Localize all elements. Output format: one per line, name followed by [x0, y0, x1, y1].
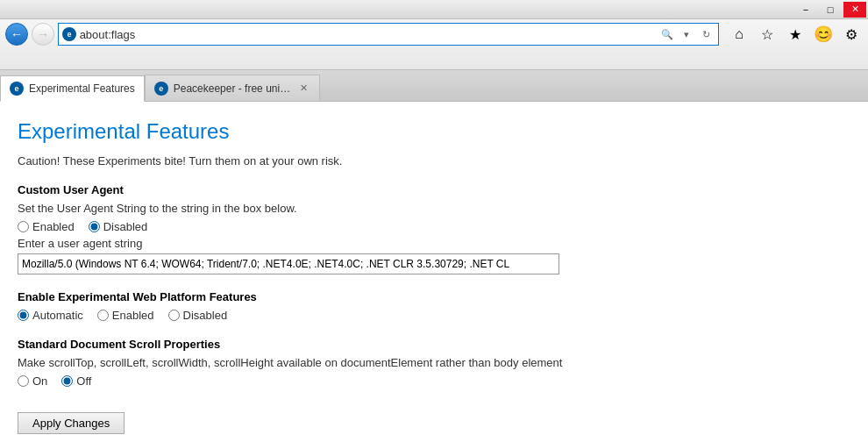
- back-icon: ←: [11, 27, 23, 41]
- feature-experimental-web: Enable Experimental Web Platform Feature…: [18, 290, 850, 322]
- radio-on-2[interactable]: On: [18, 374, 47, 388]
- feature-scroll-properties: Standard Document Scroll Properties Make…: [18, 338, 850, 388]
- tabs-bar: e Experimental Features e Peacekeeper - …: [0, 70, 868, 102]
- settings-gear-icon[interactable]: ⚙: [840, 23, 863, 46]
- toolbar-icons: ⌂ ☆ ★ 😊 ⚙: [728, 23, 863, 46]
- minimize-button[interactable]: −: [794, 2, 817, 18]
- radio-input-enabled-0[interactable]: [18, 221, 29, 232]
- radio-input-disabled-0[interactable]: [89, 221, 100, 232]
- address-bar: e 🔍 ▾ ↻: [58, 23, 719, 46]
- radio-group-2: On Off: [18, 374, 850, 388]
- radio-input-disabled-1[interactable]: [168, 310, 180, 321]
- radio-input-on-2[interactable]: [18, 375, 29, 387]
- tab-peacekeeper[interactable]: e Peacekeeper - free universa... ✕: [145, 75, 320, 101]
- maximize-button[interactable]: □: [819, 2, 842, 18]
- caution-text: Caution! These Experiments bite! Turn th…: [18, 154, 850, 168]
- radio-automatic-1[interactable]: Automatic: [18, 309, 83, 322]
- user-agent-input[interactable]: [18, 253, 559, 274]
- tab-label-1: Peacekeeper - free universa...: [174, 82, 293, 95]
- search-icon[interactable]: 🔍: [658, 25, 676, 43]
- favorites-star-icon[interactable]: ☆: [756, 23, 779, 46]
- tab-favicon-0: e: [10, 82, 24, 96]
- radio-disabled-0[interactable]: Disabled: [89, 220, 148, 233]
- close-button[interactable]: ✕: [843, 2, 866, 18]
- page-title: Experimental Features: [18, 119, 850, 144]
- radio-label-on-2: On: [32, 374, 47, 388]
- radio-off-2[interactable]: Off: [61, 374, 91, 388]
- search-dropdown-icon[interactable]: ▾: [678, 25, 695, 43]
- address-input[interactable]: [80, 28, 658, 41]
- feature-desc-0: Set the User Agent String to the string …: [18, 202, 850, 215]
- apply-changes-button[interactable]: Apply Changes: [18, 412, 125, 434]
- radio-label-disabled-1: Disabled: [183, 309, 228, 322]
- radio-label-enabled-0: Enabled: [32, 220, 75, 233]
- smiley-icon[interactable]: 😊: [812, 23, 835, 46]
- browser-chrome: ← → e 🔍 ▾ ↻ ⌂ ☆ ★ 😊 ⚙: [0, 19, 868, 70]
- nav-row: ← → e 🔍 ▾ ↻ ⌂ ☆ ★ 😊 ⚙: [5, 23, 863, 46]
- home-icon[interactable]: ⌂: [728, 23, 751, 46]
- radio-enabled-1[interactable]: Enabled: [97, 309, 154, 322]
- tab-label-0: Experimental Features: [29, 82, 135, 95]
- pinned-star-icon[interactable]: ★: [784, 23, 807, 46]
- feature-desc-2: Make scrollTop, scrollLeft, scrollWidth,…: [18, 356, 850, 369]
- radio-input-enabled-1[interactable]: [97, 310, 109, 321]
- forward-icon: →: [37, 27, 49, 41]
- radio-disabled-1[interactable]: Disabled: [168, 309, 228, 322]
- feature-title-1: Enable Experimental Web Platform Feature…: [18, 290, 850, 303]
- user-agent-label: Enter a user agent string: [18, 237, 850, 250]
- address-actions: 🔍 ▾ ↻: [658, 25, 715, 43]
- radio-input-off-2[interactable]: [61, 375, 73, 387]
- radio-label-enabled-1: Enabled: [112, 309, 154, 322]
- title-bar: − □ ✕: [0, 0, 868, 19]
- radio-label-disabled-0: Disabled: [103, 220, 148, 233]
- tab-favicon-1: e: [154, 82, 168, 96]
- radio-group-0: Enabled Disabled: [18, 220, 850, 233]
- radio-label-off-2: Off: [76, 374, 91, 388]
- title-bar-buttons: − □ ✕: [794, 2, 866, 18]
- radio-input-automatic-1[interactable]: [18, 310, 29, 321]
- radio-group-1: Automatic Enabled Disabled: [18, 309, 850, 322]
- radio-enabled-0[interactable]: Enabled: [18, 220, 75, 233]
- refresh-icon[interactable]: ↻: [697, 25, 715, 43]
- back-button[interactable]: ←: [5, 23, 28, 46]
- feature-title-0: Custom User Agent: [18, 183, 850, 196]
- site-icon: e: [62, 27, 76, 41]
- tab-close-1[interactable]: ✕: [298, 82, 310, 95]
- forward-button[interactable]: →: [32, 23, 54, 46]
- feature-title-2: Standard Document Scroll Properties: [18, 338, 850, 351]
- feature-custom-user-agent: Custom User Agent Set the User Agent Str…: [18, 183, 850, 274]
- tab-experimental-features[interactable]: e Experimental Features: [0, 75, 145, 102]
- content-area: Experimental Features Caution! These Exp…: [0, 102, 868, 442]
- radio-label-automatic-1: Automatic: [32, 309, 83, 322]
